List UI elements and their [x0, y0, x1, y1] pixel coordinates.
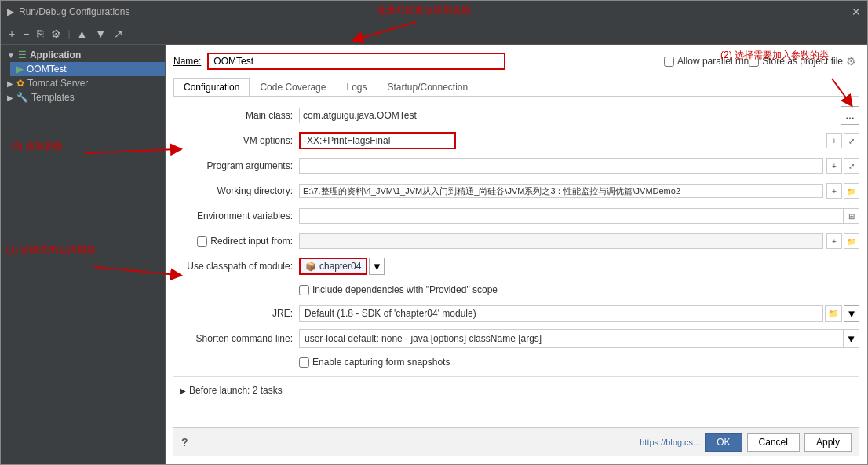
top-settings-button[interactable]: ⚙ — [843, 53, 859, 69]
allow-parallel-label: Allow parallel run — [677, 56, 749, 67]
redirect-folder-btn[interactable]: 📁 — [844, 233, 859, 249]
tab-bar: Configuration Code Coverage Logs Startup… — [173, 78, 859, 97]
ok-button[interactable]: OK — [705, 433, 742, 452]
working-dir-add-btn[interactable]: + — [826, 183, 842, 199]
cancel-button[interactable]: Cancel — [747, 433, 800, 452]
redirect-input-row: Redirect input from: + 📁 — [173, 230, 859, 252]
env-vars-browse-btn[interactable]: ⊞ — [844, 208, 859, 224]
move-down-button[interactable]: ▼ — [92, 26, 109, 42]
program-args-input[interactable] — [299, 158, 823, 174]
move-up-button[interactable]: ▲ — [74, 26, 91, 42]
shorten-cmd-dropdown-btn[interactable]: ▼ — [843, 330, 859, 347]
application-label: Application — [30, 49, 81, 60]
copy-config-button[interactable]: ⎘ — [34, 26, 46, 42]
main-class-browse-button[interactable]: … — [841, 106, 859, 125]
templates-arrow: ▶ — [7, 93, 13, 102]
jre-value: Default (1.8 - SDK of 'chapter04' module… — [305, 308, 476, 319]
env-vars-label: Environment variables: — [173, 211, 299, 222]
title-icon: ▶ — [7, 6, 14, 17]
tab-configuration[interactable]: Configuration — [173, 78, 250, 96]
include-deps-checkbox[interactable] — [299, 285, 309, 295]
close-button[interactable]: ✕ — [852, 5, 861, 18]
shorten-cmd-label: Shorten command line: — [173, 333, 299, 344]
store-project-checkbox-label[interactable]: Store as project file — [749, 56, 843, 67]
expand-arrow: ▼ — [7, 51, 15, 60]
vm-options-row: VM options: + ⤢ — [173, 130, 859, 152]
left-panel: ▼ ☰ Application ▶ OOMTest ▶ ✿ Tomcat Ser… — [1, 45, 166, 464]
templates-label: Templates — [31, 92, 75, 103]
right-panel: Name: Allow parallel run Store as projec… — [166, 45, 867, 464]
redirect-input-label: Redirect input from: — [210, 236, 293, 247]
toolbar: + − ⎘ ⚙ | ▲ ▼ ↗ — [1, 23, 867, 45]
enable-form-snapshots-checkbox[interactable] — [299, 357, 309, 368]
name-input[interactable] — [207, 53, 505, 70]
jre-select-display: Default (1.8 - SDK of 'chapter04' module… — [299, 305, 823, 322]
help-button[interactable]: ? — [181, 436, 188, 449]
classpath-row: Use classpath of module: 📦 chapter04 ▼ — [173, 255, 859, 277]
program-args-expand-btn[interactable]: ⤢ — [844, 158, 859, 174]
classpath-dropdown-btn[interactable]: ▼ — [369, 258, 385, 275]
before-launch-arrow: ▶ — [180, 386, 186, 395]
application-icon: ☰ — [18, 49, 27, 60]
config-area: Main class: … VM options: — [173, 104, 859, 427]
templates-item[interactable]: ▶ 🔧 Templates — [1, 90, 165, 104]
tomcat-arrow: ▶ — [7, 79, 13, 88]
env-vars-input[interactable] — [299, 208, 844, 224]
oomtest-item[interactable]: ▶ OOMTest — [10, 62, 165, 76]
working-dir-label: Working directory: — [173, 185, 299, 196]
shorten-cmd-row: Shorten command line: user-local default… — [173, 328, 859, 350]
store-project-label: Store as project file — [762, 56, 843, 67]
main-class-input[interactable] — [299, 108, 837, 123]
main-class-label: Main class: — [173, 110, 299, 121]
working-dir-row: Working directory: + 📁 — [173, 180, 859, 202]
vm-options-expand-btn[interactable]: ⤢ — [844, 133, 859, 148]
classpath-label: Use classpath of module: — [173, 261, 299, 272]
remove-config-button[interactable]: − — [20, 26, 32, 42]
allow-parallel-checkbox[interactable] — [664, 57, 674, 67]
classpath-module-display: 📦 chapter04 — [299, 258, 367, 275]
module-icon: 📦 — [305, 262, 316, 272]
vm-options-add-btn[interactable]: + — [826, 133, 842, 148]
apply-button[interactable]: Apply — [804, 433, 852, 452]
main-class-row: Main class: … — [173, 104, 859, 126]
settings-toolbar-button[interactable]: ⚙ — [48, 26, 64, 42]
jre-row: JRE: Default (1.8 - SDK of 'chapter04' m… — [173, 302, 859, 324]
tomcat-icon: ✿ — [16, 78, 24, 89]
title-bar: ▶ Run/Debug Configurations ✕ — [1, 1, 867, 23]
redirect-add-btn[interactable]: + — [826, 233, 842, 249]
title-text: Run/Debug Configurations — [19, 6, 129, 17]
tomcat-server-label: Tomcat Server — [27, 78, 88, 89]
tab-startup-connection[interactable]: Startup/Connection — [377, 78, 478, 96]
add-config-button[interactable]: + — [5, 26, 18, 42]
before-launch-section[interactable]: ▶ Before launch: 2 tasks — [173, 382, 859, 399]
jre-folder-btn[interactable]: 📁 — [825, 305, 842, 322]
working-dir-folder-btn[interactable]: 📁 — [844, 183, 859, 199]
tomcat-server-item[interactable]: ▶ ✿ Tomcat Server — [1, 76, 165, 90]
tab-logs[interactable]: Logs — [336, 78, 377, 96]
enable-form-snapshots-row: Enable capturing form snapshots — [173, 353, 859, 372]
program-args-label: Program arguments: — [173, 160, 299, 171]
include-deps-row: Include dependencies with "Provided" sco… — [173, 280, 859, 299]
working-dir-input[interactable] — [299, 184, 823, 198]
templates-icon: 🔧 — [16, 92, 28, 103]
program-args-add-btn[interactable]: + — [826, 158, 842, 174]
watermark: https://blog.cs... — [640, 438, 700, 447]
name-label: Name: — [173, 56, 201, 67]
jre-dropdown-btn[interactable]: ▼ — [844, 305, 859, 322]
run-icon: ▶ — [16, 64, 24, 75]
application-group[interactable]: ▼ ☰ Application — [1, 48, 165, 62]
store-project-checkbox[interactable] — [749, 57, 759, 67]
redirect-input-checkbox[interactable] — [197, 236, 207, 247]
jre-label: JRE: — [173, 308, 299, 319]
bottom-bar: ? https://blog.cs... OK Cancel Apply — [173, 427, 859, 456]
move-to-button[interactable]: ↗ — [111, 26, 126, 42]
tab-code-coverage[interactable]: Code Coverage — [250, 78, 336, 96]
include-deps-label: Include dependencies with "Provided" sco… — [312, 284, 498, 295]
program-args-row: Program arguments: + ⤢ — [173, 155, 859, 177]
allow-parallel-checkbox-label[interactable]: Allow parallel run — [664, 56, 749, 67]
oomtest-label: OOMTest — [27, 64, 67, 75]
enable-form-snapshots-label: Enable capturing form snapshots — [312, 357, 450, 368]
vm-options-input[interactable] — [299, 132, 456, 149]
redirect-input-field[interactable] — [299, 233, 823, 249]
vm-options-label: VM options: — [173, 135, 299, 146]
